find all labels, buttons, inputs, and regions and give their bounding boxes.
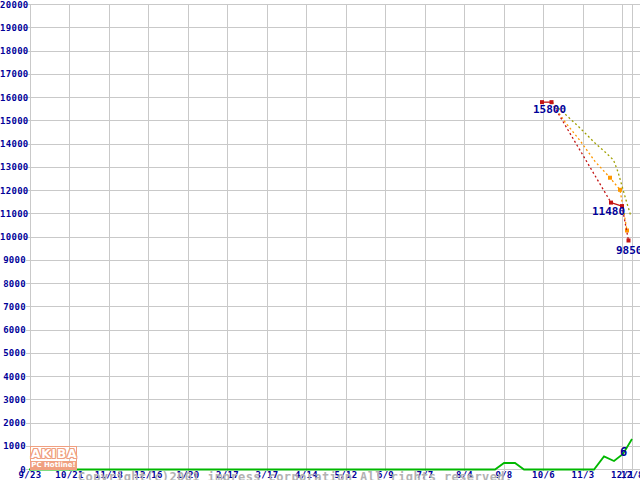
value-annotation: 9850 (616, 244, 640, 257)
y-tick-label: 3000 (0, 395, 26, 405)
y-tick-label: 17000 (0, 69, 26, 79)
y-tick-label: 10000 (0, 232, 26, 242)
red-dashed-line (552, 102, 612, 202)
x-tick-label: 12/8 (612, 470, 640, 480)
y-tick-label: 14000 (0, 139, 26, 149)
y-tick-label: 13000 (0, 162, 26, 172)
logo-subtitle: PC Hotline! (31, 461, 76, 469)
copyright-line-1: Copyright(c)2001 impress corporation All… (78, 470, 513, 480)
orange-dashed-line-marker (608, 176, 612, 180)
x-tick-label: 9/23 (10, 470, 50, 480)
red-dashed-line-marker (627, 238, 631, 242)
y-tick-label: 18000 (0, 46, 26, 56)
value-annotation: 6 (620, 445, 627, 459)
y-tick-label: 2000 (0, 418, 26, 428)
y-tick-label: 9000 (0, 255, 26, 265)
chart-canvas: 0100020003000400050006000700080009000100… (0, 0, 640, 480)
x-tick-label: 10/6 (524, 470, 564, 480)
red-dashed-line-marker (609, 201, 613, 205)
y-tick-label: 16000 (0, 93, 26, 103)
y-tick-label: 19000 (0, 23, 26, 33)
value-annotation: 11480 (592, 205, 625, 218)
y-tick-label: 15000 (0, 116, 26, 126)
orange-dashed-line-marker (618, 188, 622, 192)
y-tick-label: 7000 (0, 302, 26, 312)
y-tick-label: 20000 (0, 0, 26, 10)
y-tick-label: 12000 (0, 186, 26, 196)
akiba-pc-hotline-logo: AKIBA PC Hotline! (30, 446, 77, 470)
y-tick-label: 6000 (0, 325, 26, 335)
olive-dashed-line (552, 102, 631, 215)
value-annotation: 15800 (533, 103, 566, 116)
x-tick-label: 11/3 (563, 470, 603, 480)
logo-title: AKIBA (31, 447, 76, 461)
copyright-notice: Copyright(c)2001 impress corporation All… (78, 442, 513, 480)
y-tick-label: 5000 (0, 348, 26, 358)
y-tick-label: 4000 (0, 372, 26, 382)
price-trend-chart (0, 0, 640, 480)
y-tick-label: 11000 (0, 209, 26, 219)
y-tick-label: 8000 (0, 279, 26, 289)
y-tick-label: 1000 (0, 441, 26, 451)
